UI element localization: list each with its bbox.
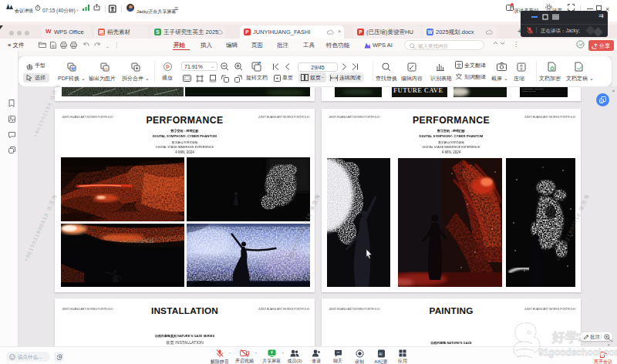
- svg-text:AI: AI: [379, 352, 383, 356]
- svg-text:文: 文: [457, 62, 462, 68]
- svg-text:W: W: [71, 66, 75, 71]
